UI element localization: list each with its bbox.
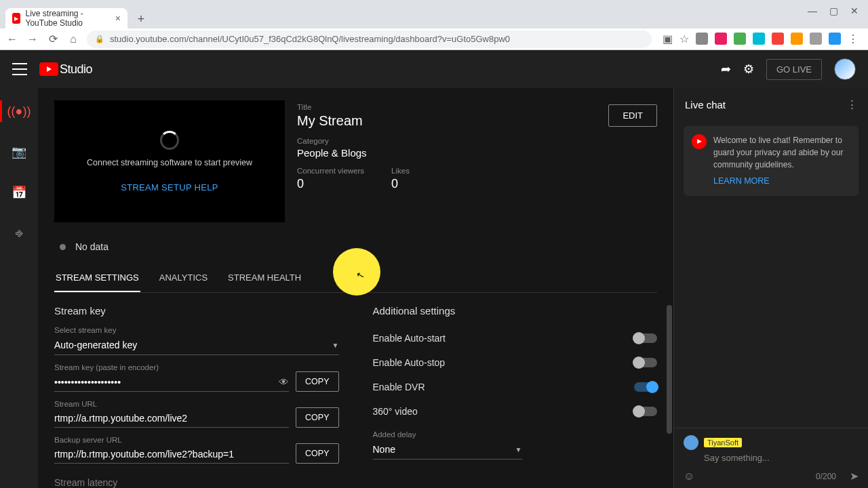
brand-text: Studio [60, 62, 92, 77]
likes-label: Likes [391, 167, 410, 175]
extension-icon[interactable] [715, 33, 727, 45]
youtube-play-icon [39, 62, 58, 76]
added-delay-select[interactable]: None ▼ [373, 440, 522, 460]
likes-count: 0 [391, 177, 410, 191]
preview-message: Connect streaming software to start prev… [87, 158, 252, 167]
copy-key-button[interactable]: COPY [296, 371, 338, 392]
cast-icon[interactable]: ▣ [663, 33, 673, 45]
360-video-label: 360° video [373, 406, 418, 417]
scrollbar[interactable] [667, 305, 672, 434]
extension-icon[interactable] [791, 33, 803, 45]
menu-button[interactable] [12, 63, 27, 75]
close-tab-button[interactable]: × [115, 13, 121, 24]
sidenav-webcam[interactable]: 📷 [5, 138, 33, 165]
youtube-icon [692, 134, 707, 149]
stream-key-value: •••••••••••••••••••• [54, 377, 121, 388]
url-text: studio.youtube.com/channel/UCytI0u57_f36… [110, 34, 510, 44]
side-navigation: ((●)) 📷 📅 ⎆ [0, 88, 38, 488]
extension-icon[interactable] [772, 33, 784, 45]
app-root: Studio ➦ ⚙ GO LIVE ((●)) 📷 📅 ⎆ Connect s… [0, 50, 868, 488]
chat-menu-icon[interactable]: ⋮ [847, 98, 857, 110]
auto-start-label: Enable Auto-start [373, 333, 446, 344]
stream-key-field[interactable]: •••••••••••••••••••• 👁 [54, 373, 289, 392]
360-video-toggle[interactable] [634, 407, 657, 416]
send-button[interactable]: ➤ [850, 470, 859, 483]
chevron-down-icon: ▼ [332, 342, 339, 349]
stream-url-value: rtmp://a.rtmp.youtube.com/live2 [54, 413, 187, 424]
loading-spinner [160, 131, 179, 150]
emoji-picker-button[interactable]: ☺ [684, 470, 694, 483]
backup-url-label: Backup server URL [54, 436, 289, 444]
star-icon[interactable]: ☆ [679, 33, 689, 45]
backup-url-field[interactable]: rtmp://b.rtmp.youtube.com/live2?backup=1 [54, 445, 289, 464]
app-header: Studio ➦ ⚙ GO LIVE [0, 50, 868, 88]
extension-icon[interactable] [696, 33, 708, 45]
copy-backup-button[interactable]: COPY [296, 443, 338, 464]
status-text: No data [75, 241, 108, 252]
close-window-button[interactable]: ✕ [850, 5, 859, 16]
added-delay-label: Added delay [373, 430, 658, 439]
tab-stream-settings[interactable]: STREAM SETTINGS [54, 264, 140, 292]
section-title: Additional settings [373, 305, 658, 317]
user-avatar[interactable] [834, 58, 856, 80]
tab-analytics[interactable]: ANALYTICS [158, 264, 209, 292]
stream-key-label: Stream key (paste in encoder) [54, 363, 289, 371]
dvr-toggle[interactable] [634, 382, 657, 392]
extension-icons: ▣ ☆ ⋮ [658, 33, 863, 45]
select-value: Auto-generated key [54, 340, 137, 350]
chat-welcome-card: Welcome to live chat! Remember to guard … [684, 126, 859, 196]
chat-input[interactable]: Say something... [704, 453, 859, 463]
main-content: Connect streaming software to start prev… [38, 88, 673, 488]
new-tab-button[interactable]: + [132, 9, 151, 28]
dvr-label: Enable DVR [373, 382, 425, 392]
share-icon[interactable]: ➦ [721, 62, 731, 77]
extension-icon[interactable] [753, 33, 765, 45]
stream-preview: Connect streaming software to start prev… [54, 100, 285, 222]
reload-button[interactable]: ⟳ [46, 33, 60, 45]
sidenav-stream-now[interactable]: ⎆ [5, 220, 33, 247]
address-bar[interactable]: 🔒 studio.youtube.com/channel/UCytI0u57_f… [87, 30, 652, 48]
auto-start-toggle[interactable] [634, 333, 657, 343]
lock-icon: 🔒 [95, 35, 104, 43]
browser-tab[interactable]: Live streaming - YouTube Studio × [5, 8, 127, 28]
auto-stop-toggle[interactable] [634, 358, 657, 367]
sidenav-stream[interactable]: ((●)) [5, 98, 33, 125]
go-live-button[interactable]: GO LIVE [766, 59, 822, 80]
maximize-button[interactable]: ▢ [829, 5, 838, 16]
stream-url-field[interactable]: rtmp://a.rtmp.youtube.com/live2 [54, 409, 289, 428]
forward-button[interactable]: → [26, 33, 39, 45]
home-button[interactable]: ⌂ [66, 33, 80, 45]
extension-icon[interactable] [810, 33, 822, 45]
chat-username: TiyanSoft [704, 438, 742, 447]
chat-user-avatar [684, 435, 698, 450]
select-stream-key-label: Select stream key [54, 326, 339, 334]
stream-key-select[interactable]: Auto-generated key ▼ [54, 336, 339, 355]
stream-latency-section: Stream latency [54, 477, 339, 488]
extension-icon[interactable] [734, 33, 746, 45]
stream-category: People & Blogs [297, 147, 657, 159]
sidenav-manage[interactable]: 📅 [5, 179, 33, 206]
stream-setup-help-link[interactable]: STREAM SETUP HELP [121, 182, 218, 192]
edit-button[interactable]: EDIT [608, 104, 657, 127]
viewers-count: 0 [297, 177, 364, 191]
learn-more-link[interactable]: LEARN MORE [713, 175, 850, 188]
extension-icon[interactable] [829, 33, 841, 45]
auto-stop-label: Enable Auto-stop [373, 357, 446, 368]
chat-title: Live chat [685, 99, 726, 110]
copy-url-button[interactable]: COPY [296, 407, 338, 428]
chevron-down-icon: ▼ [515, 446, 522, 453]
menu-icon[interactable]: ⋮ [848, 33, 859, 45]
visibility-toggle-icon[interactable]: 👁 [279, 376, 289, 388]
tab-title: Live streaming - YouTube Studio [26, 9, 110, 28]
stream-url-label: Stream URL [54, 400, 289, 408]
tab-stream-health[interactable]: STREAM HEALTH [226, 264, 302, 292]
title-label: Title [297, 103, 657, 111]
youtube-icon [12, 13, 20, 24]
stream-title: My Stream [297, 113, 657, 129]
back-button[interactable]: ← [5, 33, 19, 45]
settings-icon[interactable]: ⚙ [743, 62, 754, 77]
backup-url-value: rtmp://b.rtmp.youtube.com/live2?backup=1 [54, 449, 234, 460]
additional-settings-section: Additional settings Enable Auto-start En… [373, 305, 658, 488]
minimize-button[interactable]: — [808, 5, 817, 16]
studio-logo[interactable]: Studio [39, 62, 92, 77]
